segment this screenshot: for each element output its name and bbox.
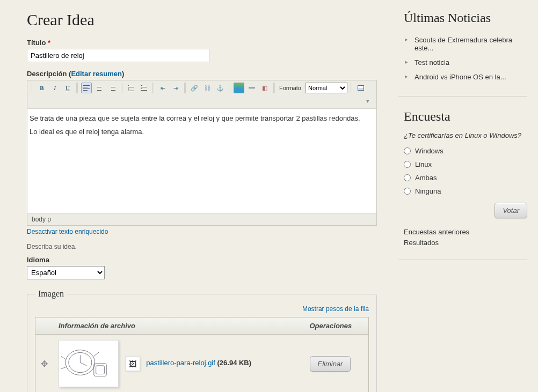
poll-radio[interactable] (404, 147, 411, 154)
toolbar-separator (32, 83, 33, 93)
poll-option-label: Linux (415, 160, 432, 168)
editor-status-bar: body p (27, 213, 376, 225)
poll-option-label: Ambas (415, 174, 437, 182)
image-button[interactable] (234, 83, 244, 93)
toolbar-separator (121, 83, 122, 93)
page-title: Crear Idea (27, 11, 377, 29)
toolbar-separator (184, 83, 186, 93)
editor-toolbar: B I U ⇤ ⇥ 🔗 ⛓ ⚓ (27, 80, 376, 109)
svg-line-3 (80, 363, 86, 366)
toolbar-separator (351, 83, 352, 93)
language-select[interactable]: Español (27, 266, 105, 279)
col-operations: Operaciones (304, 317, 369, 335)
poll-option[interactable]: Ninguna (404, 187, 527, 195)
describe-help-text: Describa su idea. (27, 243, 377, 250)
image-legend: Imagen (35, 289, 67, 299)
svg-rect-5 (96, 366, 105, 374)
file-name-link[interactable]: pastillero-para-reloj.gif (146, 359, 215, 367)
sidebar: Últimas Noticias Scouts de Extremadura c… (393, 0, 538, 392)
main-content: Crear Idea Título * Descripción (Editar … (0, 0, 393, 392)
news-item[interactable]: Android vs iPhone OS en la... (404, 70, 527, 84)
hr-button[interactable] (246, 83, 257, 93)
unlink-button[interactable]: ⛓ (202, 83, 213, 93)
description-label: Descripción (Editar resumen) (27, 70, 377, 78)
toolbar-separator (273, 83, 275, 93)
svg-line-7 (61, 367, 67, 369)
numbered-list-button[interactable] (139, 83, 149, 93)
format-label: Formato (279, 85, 301, 91)
news-item[interactable]: Scouts de Extremadura celebra este... (404, 33, 527, 55)
poll-results-link[interactable]: Resultados (404, 238, 527, 248)
editor-content[interactable]: Se trata de una pieza que se sujeta entr… (27, 109, 376, 213)
disable-rich-text-link[interactable]: Desactivar texto enriquecido (27, 228, 108, 235)
indent-button[interactable]: ⇥ (170, 83, 181, 93)
svg-line-6 (61, 356, 66, 359)
poll-block: Encuesta ¿Te certificarías en Linux o Wi… (398, 104, 527, 260)
news-block: Últimas Noticias Scouts de Extremadura c… (398, 5, 527, 97)
link-button[interactable]: 🔗 (189, 83, 200, 93)
toolbar-separator (76, 83, 78, 93)
title-label: Título * (27, 39, 377, 47)
remove-button[interactable]: Eliminar (310, 356, 351, 372)
source-button[interactable]: ▾ (362, 95, 373, 106)
toolbar-separator (229, 83, 230, 93)
rich-text-editor: B I U ⇤ ⇥ 🔗 ⛓ ⚓ (27, 80, 377, 226)
title-field-wrapper: Título * (27, 39, 377, 62)
poll-option-label: Ninguna (415, 187, 441, 195)
title-input[interactable] (27, 49, 209, 62)
description-field-wrapper: Descripción (Editar resumen) B I U ⇤ (27, 70, 377, 235)
news-title: Últimas Noticias (404, 11, 527, 25)
poll-option[interactable]: Linux (404, 160, 527, 168)
svg-line-8 (94, 352, 99, 357)
table-button[interactable] (355, 83, 366, 93)
col-file-info: Información de archivo (53, 317, 304, 335)
editor-text-line: Se trata de una pieza que se sujeta entr… (30, 112, 374, 125)
vote-button[interactable]: Votar (495, 203, 527, 218)
svg-rect-4 (94, 364, 106, 376)
poll-option[interactable]: Ambas (404, 174, 527, 182)
italic-button[interactable]: I (49, 83, 60, 93)
outdent-button[interactable]: ⇤ (157, 83, 168, 93)
toolbar-separator (152, 83, 154, 93)
bold-button[interactable]: B (37, 83, 47, 93)
file-type-icon: 🖼 (125, 356, 140, 371)
news-list: Scouts de Extremadura celebra este... Te… (404, 33, 527, 84)
image-fieldset: Imagen Mostrar pesos de la fila Informac… (27, 289, 377, 392)
poll-radio[interactable] (404, 174, 411, 181)
poll-question: ¿Te certificarías en Linux o Windows? (404, 131, 527, 139)
align-right-button[interactable] (107, 83, 118, 93)
underline-button[interactable]: U (62, 83, 73, 93)
poll-title: Encuesta (404, 109, 527, 124)
previous-polls-link[interactable]: Encuestas anteriores (404, 227, 527, 238)
language-field-wrapper: Idioma Español (27, 256, 377, 279)
image-table: Información de archivo Operaciones ✥ 🖼 p… (35, 317, 369, 392)
align-left-button[interactable] (81, 83, 92, 93)
poll-radio[interactable] (404, 161, 411, 168)
poll-option-label: Windows (415, 147, 444, 155)
align-center-button[interactable] (94, 83, 105, 93)
edit-summary-link[interactable]: Editar resumen (71, 70, 122, 78)
anchor-button[interactable]: ⚓ (215, 83, 226, 93)
editor-text-line: Lo ideal es que el reloj tenga alarma. (30, 125, 374, 139)
drag-handle-icon[interactable]: ✥ (41, 359, 48, 368)
table-row: ✥ 🖼 pastillero-para-reloj.gif (26.94 KB)… (35, 335, 369, 393)
poll-option[interactable]: Windows (404, 147, 527, 155)
bullet-list-button[interactable] (126, 83, 136, 93)
show-row-weights-link[interactable]: Mostrar pesos de la fila (35, 305, 369, 313)
file-size: (26.94 KB) (217, 359, 252, 367)
format-select[interactable]: Normal (306, 83, 347, 93)
poll-radio[interactable] (404, 188, 411, 195)
file-thumbnail (59, 340, 119, 387)
news-item[interactable]: Test noticia (404, 55, 527, 70)
remove-format-button[interactable]: ◧ (259, 83, 270, 93)
language-label: Idioma (27, 256, 377, 264)
